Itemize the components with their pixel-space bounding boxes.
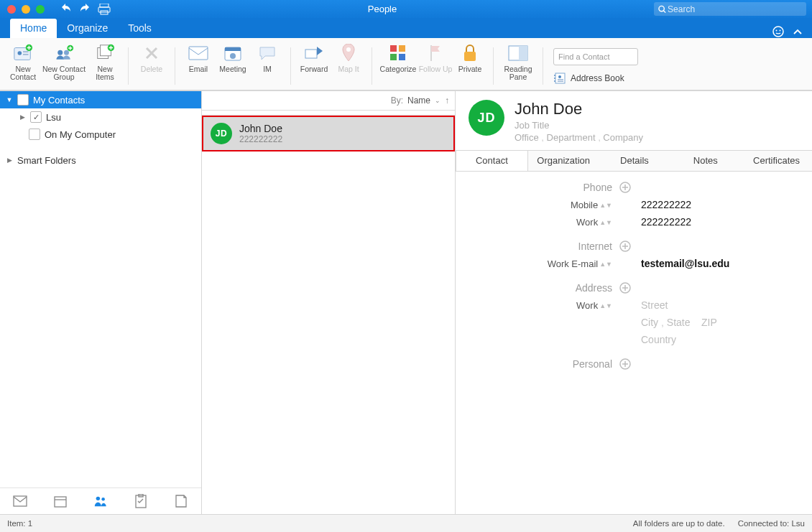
label: Forward <box>300 65 328 73</box>
street-field[interactable]: Street <box>641 299 799 311</box>
tab-tools[interactable]: Tools <box>118 19 162 38</box>
minimize-icon[interactable] <box>22 5 30 14</box>
new-contact-group-button[interactable]: New Contact Group <box>40 42 88 88</box>
mobile-label[interactable]: Mobile▲▼ <box>469 200 612 210</box>
org-line[interactable]: Office , Department , Company <box>515 132 643 143</box>
svg-point-13 <box>57 50 63 55</box>
tasks-nav-icon[interactable] <box>134 494 148 508</box>
work-phone-value[interactable]: 222222222 <box>641 216 799 228</box>
new-items-button[interactable]: New Items <box>88 42 122 88</box>
label: Map It <box>338 65 359 73</box>
private-button[interactable]: Private <box>453 42 487 88</box>
city-field[interactable]: City <box>641 317 658 328</box>
meeting-button[interactable]: Meeting <box>216 42 250 88</box>
svg-rect-33 <box>554 75 555 76</box>
section-personal: Personal <box>469 358 612 370</box>
forward-button[interactable]: Forward <box>297 42 331 88</box>
notes-nav-icon[interactable] <box>174 494 188 508</box>
label: Meeting <box>219 65 246 73</box>
address-book-button[interactable]: Address Book <box>553 73 638 84</box>
find-contact-input[interactable]: Find a Contact <box>553 48 638 65</box>
city-state-zip-row[interactable]: City , State ZIP <box>641 317 799 328</box>
work-phone-label[interactable]: Work▲▼ <box>469 217 612 228</box>
state-field[interactable]: State <box>667 317 691 328</box>
sort-ascending-icon[interactable]: ↑ <box>445 95 449 106</box>
im-button[interactable]: IM <box>250 42 285 88</box>
tab-contact[interactable]: Contact <box>456 150 528 171</box>
search-box[interactable] <box>654 2 806 16</box>
undo-icon[interactable] <box>60 4 72 15</box>
sidebar-smart-folders[interactable]: ▶ Smart Folders <box>0 151 201 169</box>
work-email-value[interactable]: testemail@lsu.edu <box>641 258 799 269</box>
tab-organize[interactable]: Organize <box>57 19 118 38</box>
add-personal-icon[interactable] <box>619 358 634 370</box>
svg-line-4 <box>663 10 665 12</box>
tab-details[interactable]: Details <box>599 151 670 171</box>
svg-point-7 <box>780 30 781 32</box>
reading-pane-button[interactable]: Reading Pane <box>499 42 537 88</box>
add-address-icon[interactable] <box>619 282 634 294</box>
redo-icon[interactable] <box>79 4 91 15</box>
add-internet-icon[interactable] <box>619 241 634 252</box>
map-pin-icon <box>338 43 359 63</box>
categorize-button[interactable]: Categorize <box>378 42 418 88</box>
tab-certificates[interactable]: Certificates <box>741 151 812 171</box>
svg-rect-37 <box>558 79 563 80</box>
sidebar-item-on-my-computer[interactable]: On My Computer <box>0 126 201 143</box>
tab-home[interactable]: Home <box>10 19 57 38</box>
new-contact-button[interactable]: New Contact <box>6 42 40 88</box>
email-button[interactable]: Email <box>181 42 216 88</box>
svg-rect-11 <box>23 54 28 55</box>
calendar-nav-icon[interactable] <box>53 494 68 508</box>
label: Smart Folders <box>17 155 76 166</box>
sidebar-item-lsu[interactable]: ▶ ✓ Lsu <box>0 108 201 126</box>
people-nav-icon[interactable] <box>93 494 108 508</box>
work-address-label[interactable]: Work▲▼ <box>469 300 612 311</box>
close-icon[interactable] <box>7 5 16 14</box>
chevron-down-icon: ▼ <box>6 96 13 103</box>
contact-detail-pane: JD John Doe Job Title Office , Departmen… <box>456 91 812 514</box>
tab-notes[interactable]: Notes <box>670 151 741 171</box>
search-input[interactable] <box>666 4 802 15</box>
office-field[interactable]: Office <box>515 132 539 143</box>
contact-list-item[interactable]: JD John Doe 222222222 <box>202 116 455 151</box>
zip-field[interactable]: ZIP <box>701 317 717 328</box>
svg-point-3 <box>659 6 664 11</box>
svg-rect-10 <box>23 51 28 52</box>
label: Lsu <box>46 112 61 123</box>
tab-organization[interactable]: Organization <box>528 151 599 171</box>
work-email-label[interactable]: Work E-mail▲▼ <box>469 258 612 269</box>
app-window: People Home Organize Tools New Contact <box>0 0 812 532</box>
email-icon <box>188 43 208 63</box>
new-contact-group-icon <box>54 43 74 63</box>
add-phone-icon[interactable] <box>619 182 634 193</box>
checkbox[interactable]: ✓ <box>30 111 42 123</box>
department-field[interactable]: Department <box>547 132 596 143</box>
collapse-ribbon-icon[interactable] <box>793 28 802 35</box>
mobile-value[interactable]: 222222222 <box>641 199 799 210</box>
svg-rect-1 <box>98 7 110 12</box>
window-controls <box>0 5 52 14</box>
contact-full-name[interactable]: John Doe <box>515 100 643 118</box>
chevron-right-icon: ▶ <box>6 157 13 164</box>
item-count: Item: 1 <box>7 519 32 528</box>
contact-list-pane: By: Name ⌄ ↑ JD John Doe 222222222 <box>202 91 456 514</box>
connection-status: Connected to: Lsu <box>738 519 805 528</box>
mail-nav-icon[interactable] <box>13 494 27 508</box>
delete-button: Delete <box>134 42 169 88</box>
sort-bar[interactable]: By: Name ⌄ ↑ <box>202 91 455 111</box>
country-field[interactable]: Country <box>641 334 799 345</box>
checkbox[interactable] <box>29 129 40 140</box>
label: My Contacts <box>33 95 85 106</box>
im-icon <box>257 43 277 63</box>
svg-point-43 <box>101 498 105 501</box>
checkbox[interactable] <box>17 94 29 106</box>
job-title-field[interactable]: Job Title <box>515 120 643 131</box>
sidebar-my-contacts[interactable]: ▼ My Contacts <box>0 91 201 108</box>
zoom-icon[interactable] <box>36 5 45 14</box>
reading-pane-icon <box>508 43 528 63</box>
company-field[interactable]: Company <box>603 132 643 143</box>
print-icon[interactable] <box>98 4 111 15</box>
title-bar: People <box>0 0 812 18</box>
emoji-feedback-icon[interactable] <box>772 25 785 38</box>
